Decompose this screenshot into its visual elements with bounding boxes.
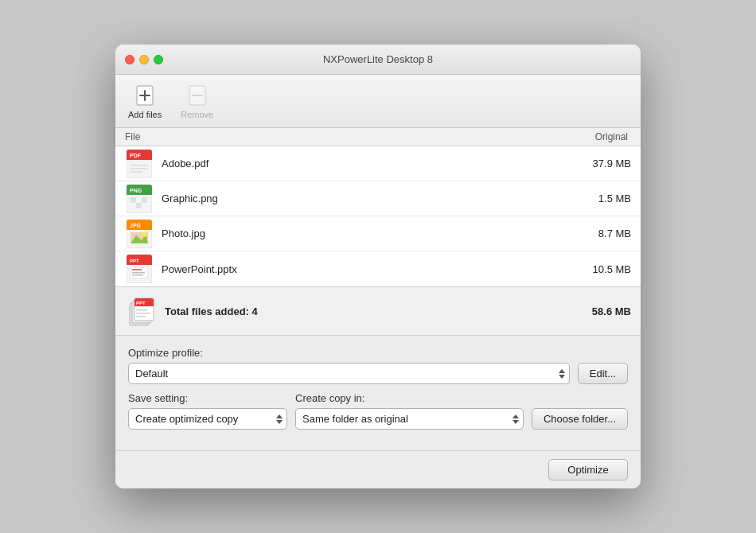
remove-label: Remove	[181, 110, 213, 119]
file-icon-jpg: JPG	[125, 220, 154, 248]
svg-rect-16	[131, 197, 136, 203]
svg-rect-44	[136, 313, 150, 314]
traffic-lights	[125, 55, 163, 64]
table-header: File Original	[115, 128, 641, 146]
profile-select-wrapper: Default	[128, 363, 570, 384]
svg-rect-43	[136, 309, 147, 311]
create-copy-label: Create copy in:	[295, 392, 628, 404]
add-files-label: Add files	[128, 110, 162, 119]
file-icon-pptx: PPT	[125, 255, 154, 283]
file-size: 8.7 MB	[575, 228, 631, 239]
table-row[interactable]: PPT PowerPoint.pptx 10.5 MB	[115, 251, 641, 286]
title-bar: NXPowerLite Desktop 8	[115, 45, 641, 75]
remove-button[interactable]: Remove	[177, 81, 216, 121]
window-title: NXPowerLite Desktop 8	[323, 53, 433, 65]
save-select[interactable]: Create optimized copy	[128, 408, 287, 430]
svg-rect-20	[136, 203, 142, 208]
svg-rect-21	[142, 203, 147, 208]
profile-label: Optimize profile:	[128, 347, 628, 359]
svg-text:PNG: PNG	[130, 188, 142, 193]
svg-text:PPT: PPT	[136, 301, 146, 305]
save-setting-col: Save setting: Create optimized copy	[128, 392, 287, 430]
add-files-button[interactable]: Add files	[125, 81, 165, 121]
close-button[interactable]	[125, 55, 134, 64]
choose-folder-button[interactable]: Choose folder...	[532, 408, 628, 430]
svg-rect-45	[136, 316, 146, 317]
save-setting-row: Save setting: Create optimized copy Crea…	[128, 392, 628, 430]
two-dropdowns: Save setting: Create optimized copy Crea…	[128, 392, 628, 430]
file-icon-png: PNG	[125, 185, 154, 213]
summary-icon: PPT	[125, 295, 157, 327]
save-select-wrapper: Create optimized copy	[128, 408, 287, 430]
profile-select[interactable]: Default	[128, 363, 570, 384]
bottom-bar: Optimize	[115, 450, 641, 488]
file-icon-pdf: PDF	[125, 150, 154, 178]
svg-rect-34	[132, 269, 142, 270]
maximize-button[interactable]	[154, 55, 163, 64]
edit-button[interactable]: Edit...	[578, 363, 628, 384]
remove-icon	[185, 83, 210, 108]
summary-size: 58.6 MB	[592, 305, 631, 317]
save-setting-label: Save setting:	[128, 392, 287, 404]
svg-text:JPG: JPG	[130, 223, 142, 228]
summary-row: PPT Total files added: 4 58.6 MB	[115, 286, 641, 336]
copy-location-select[interactable]: Same folder as original	[295, 408, 524, 430]
svg-rect-19	[131, 203, 136, 208]
file-table: File Original PDF Adobe.pdf 37.9 MB	[115, 128, 641, 286]
table-row[interactable]: PDF Adobe.pdf 37.9 MB	[115, 146, 641, 181]
profile-row: Optimize profile: Default Edit...	[128, 347, 628, 384]
svg-rect-18	[142, 197, 147, 203]
file-size: 1.5 MB	[575, 193, 631, 204]
file-name: PowerPoint.pptx	[162, 263, 575, 275]
table-row[interactable]: PNG Graphic.png 1.5 MB	[115, 181, 641, 216]
file-size: 37.9 MB	[575, 158, 631, 169]
svg-text:PDF: PDF	[130, 153, 142, 158]
file-size: 10.5 MB	[575, 263, 631, 275]
minimize-button[interactable]	[139, 55, 149, 64]
col-original-label: Original	[595, 131, 628, 142]
table-row[interactable]: JPG Photo.jpg 8.7 MB	[115, 216, 641, 251]
toolbar: Add files Remove	[115, 75, 641, 128]
copy-col: Create copy in: Same folder as original …	[295, 392, 628, 430]
file-name: Photo.jpg	[162, 228, 575, 239]
app-window: NXPowerLite Desktop 8 Add files Remove	[115, 45, 641, 488]
copy-location-wrapper: Same folder as original	[295, 408, 524, 430]
svg-point-28	[142, 232, 146, 237]
svg-text:PPT: PPT	[130, 259, 139, 263]
optimize-button[interactable]: Optimize	[548, 459, 628, 480]
add-files-icon	[132, 83, 158, 108]
file-name: Adobe.pdf	[162, 158, 575, 169]
svg-rect-36	[132, 274, 143, 276]
svg-rect-17	[136, 197, 142, 203]
col-file-label: File	[125, 131, 140, 142]
summary-label: Total files added: 4	[165, 305, 592, 317]
file-name: Graphic.png	[162, 193, 575, 204]
svg-rect-35	[132, 272, 145, 274]
settings-panel: Optimize profile: Default Edit... Sa	[115, 336, 641, 450]
